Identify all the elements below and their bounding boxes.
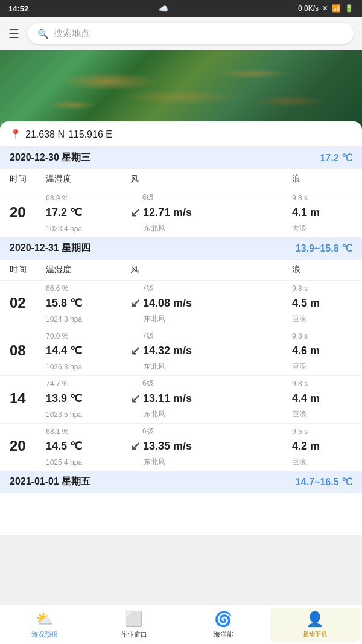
- d2r20-wave: 4.2 m: [292, 440, 352, 453]
- d2r08-windlevel: 7级: [130, 331, 292, 341]
- d2r08-humidity: 70.0 %: [46, 332, 130, 340]
- d2r14-winddir: 东北风: [130, 409, 292, 419]
- col-time-2: 时间: [10, 264, 46, 275]
- col-wind-1: 风: [130, 174, 292, 185]
- d2r20-speed: 13.35 m/s: [143, 440, 192, 453]
- day1-row20-sub: 68.9 % 6级 9.8 s: [0, 190, 362, 203]
- day1-row20-main: 20 17.2 ℃ ↙ 12.71 m/s 4.1 m: [0, 203, 362, 222]
- day2-title: 2020-12-31 星期四: [10, 242, 91, 255]
- day1-temp: 17.2 ℃: [320, 152, 352, 164]
- d2r02-temp: 15.8 ℃: [46, 296, 130, 310]
- d2r20-wavesec: 9.5 s: [292, 427, 352, 436]
- d2r08-wavetype: 巨浪: [292, 362, 352, 372]
- location-lat: 21.638 N: [25, 129, 65, 140]
- nav-forecast-label: 海况预报: [31, 630, 58, 639]
- status-cloud-icon: ☁️: [159, 4, 168, 13]
- nav-ocean-label: 海洋能: [214, 630, 233, 639]
- battery-icon: 🔋: [345, 4, 354, 13]
- nav-forecast[interactable]: ⛅ 海况预报: [0, 605, 89, 644]
- menu-icon[interactable]: ☰: [8, 27, 19, 41]
- d2r20-pressure: 1025.4 hpa: [46, 458, 130, 467]
- status-bar: 14:52 ☁️ 0.0K/s ✕ 📶 🔋: [0, 0, 362, 17]
- day1-row20-windlevel: 6级: [130, 193, 292, 203]
- day2-row-14: 74.7 % 6级 9.8 s 14 13.9 ℃ ↙ 13.11 m/s 4.…: [0, 375, 362, 423]
- d2r02-arrow: ↙: [130, 296, 141, 310]
- d2r02-winddir: 东北风: [130, 314, 292, 324]
- d2r08-wavesec: 9.8 s: [292, 332, 352, 340]
- d2r08-arrow: ↙: [130, 343, 141, 358]
- nav-watermark-icon: 👤: [306, 611, 324, 628]
- d2r14-arrow: ↙: [130, 391, 141, 406]
- d2r14-wavetype: 巨浪: [292, 409, 352, 419]
- nav-ocean-icon: 🌀: [214, 611, 232, 628]
- col-time-1: 时间: [10, 174, 46, 185]
- nav-watermark[interactable]: 👤 扬华下载: [270, 608, 360, 642]
- d2r02-humidity: 66.6 %: [46, 284, 130, 293]
- d2r14-pressure: 1023.5 hpa: [46, 410, 130, 419]
- nav-window-label: 作业窗口: [121, 630, 147, 639]
- close-icon: ✕: [322, 4, 328, 13]
- day2-temp: 13.9~15.8 ℃: [296, 243, 352, 254]
- d2r14-temp: 13.9 ℃: [46, 392, 130, 405]
- nav-watermark-label: 扬华下载: [303, 630, 327, 639]
- d2r14-wave: 4.4 m: [292, 392, 352, 405]
- col-wave-2: 浪: [292, 264, 352, 275]
- day1-row20-wind-speed: 12.71 m/s: [143, 206, 192, 219]
- wifi-icon: 📶: [332, 4, 341, 13]
- day1-row20-temp: 17.2 ℃: [46, 206, 130, 219]
- day1-row20-pressure: 1023.4 hpa: [46, 225, 130, 233]
- d2r02-wavetype: 巨浪: [292, 314, 352, 324]
- d2r20-wavetype: 巨浪: [292, 457, 352, 467]
- location-row: 📍 21.638 N 115.916 E: [0, 121, 362, 147]
- search-icon: 🔍: [37, 28, 49, 39]
- nav-window-icon: ⬜: [125, 611, 143, 628]
- d2r02-wave: 4.5 m: [292, 297, 352, 310]
- day2-header: 2020-12-31 星期四 13.9~15.8 ℃: [0, 237, 362, 260]
- day1-row20-humidity: 68.9 %: [46, 194, 130, 202]
- status-right: 0.0K/s ✕ 📶 🔋: [298, 4, 354, 13]
- nav-window[interactable]: ⬜ 作业窗口: [89, 605, 179, 644]
- d2r14-time: 14: [10, 390, 46, 407]
- d2r20-humidity: 68.1 %: [46, 427, 130, 436]
- day1-col-headers: 时间 温湿度 风 浪: [0, 169, 362, 190]
- nav-forecast-icon: ⛅: [36, 611, 54, 628]
- d2r20-temp: 14.5 ℃: [46, 439, 130, 453]
- col-humid-2: 温湿度: [46, 264, 130, 275]
- d2r08-wave: 4.6 m: [292, 345, 352, 357]
- bottom-nav: ⛅ 海况预报 ⬜ 作业窗口 🌀 海洋能 👤 扬华下载: [0, 605, 362, 644]
- day2-col-headers: 时间 温湿度 风 浪: [0, 260, 362, 280]
- day3-temp: 14.7~16.5 ℃: [296, 476, 352, 488]
- d2r20-winddir: 东北风: [130, 457, 292, 467]
- day1-row20-wavetype: 大浪: [292, 223, 352, 234]
- main-content: 📍 21.638 N 115.916 E 2020-12-30 星期三 17.2…: [0, 121, 362, 535]
- day1-row20-wind-arrow: ↙: [130, 205, 141, 220]
- d2r08-winddir: 东北风: [130, 362, 292, 372]
- nav-ocean[interactable]: 🌀 海洋能: [179, 605, 268, 644]
- day1-header: 2020-12-30 星期三 17.2 ℃: [0, 147, 362, 169]
- day1-row20-time: 20: [10, 204, 46, 221]
- day1-row-20: 68.9 % 6级 9.8 s 20 17.2 ℃ ↙ 12.71 m/s 4.…: [0, 190, 362, 237]
- day2-row-08: 70.0 % 7级 9.8 s 08 14.4 ℃ ↙ 14.32 m/s 4.…: [0, 328, 362, 375]
- day2-row-02: 66.6 % 7级 9.8 s 02 15.8 ℃ ↙ 14.08 m/s 4.…: [0, 280, 362, 328]
- d2r14-humidity: 74.7 %: [46, 380, 130, 388]
- status-time: 14:52: [8, 4, 28, 13]
- d2r08-pressure: 1026.3 hpa: [46, 363, 130, 371]
- network-speed: 0.0K/s: [298, 4, 319, 13]
- d2r02-wavesec: 9.8 s: [292, 284, 352, 293]
- d2r08-temp: 14.4 ℃: [46, 344, 130, 357]
- day1-row20-wind: ↙ 12.71 m/s: [130, 205, 292, 220]
- d2r14-windlevel: 6级: [130, 378, 292, 389]
- map-area[interactable]: [0, 50, 362, 129]
- col-wind-2: 风: [130, 264, 292, 275]
- day1-row20-wavesec: 9.8 s: [292, 194, 352, 202]
- search-bar-container: ☰ 🔍 搜索地点: [0, 17, 362, 50]
- search-bar[interactable]: 🔍 搜索地点: [28, 23, 354, 44]
- search-placeholder: 搜索地点: [54, 28, 90, 39]
- d2r20-arrow: ↙: [130, 439, 141, 453]
- d2r02-speed: 14.08 m/s: [143, 297, 192, 310]
- pin-icon: 📍: [10, 129, 22, 140]
- col-humid-1: 温湿度: [46, 174, 130, 185]
- day1-row20-wave: 4.1 m: [292, 206, 352, 219]
- d2r08-time: 08: [10, 342, 46, 359]
- location-lon: 115.916 E: [68, 129, 112, 140]
